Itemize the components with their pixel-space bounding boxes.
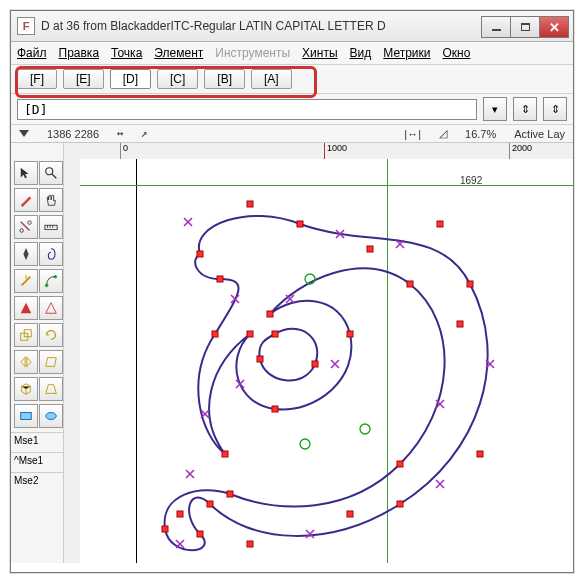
origin-guide: [136, 159, 137, 563]
svg-rect-19: [437, 221, 443, 227]
menu-hints[interactable]: Хинты: [302, 46, 337, 60]
svg-rect-38: [212, 331, 218, 337]
svg-rect-40: [272, 331, 278, 337]
svg-rect-41: [312, 361, 318, 367]
menu-element[interactable]: Элемент: [154, 46, 203, 60]
corner-tool[interactable]: [14, 296, 38, 320]
ruler-tick-0: 0: [120, 143, 128, 159]
ruler-toggle-icon[interactable]: |↔|: [404, 128, 421, 140]
vertical-ruler[interactable]: [64, 159, 81, 563]
magnify-tool[interactable]: [39, 161, 63, 185]
pen-tool[interactable]: [14, 242, 38, 266]
mouse-binding-1b[interactable]: ^Mse1: [11, 452, 63, 468]
svg-rect-5: [44, 225, 56, 229]
draw-tool[interactable]: [14, 188, 38, 212]
glyph-expand-button[interactable]: ⇕: [513, 97, 537, 121]
svg-rect-42: [257, 356, 263, 362]
knife-tool[interactable]: [14, 269, 38, 293]
mouse-binding-1[interactable]: Mse1: [11, 432, 63, 448]
tangent-tool[interactable]: [39, 296, 63, 320]
svg-rect-17: [297, 221, 303, 227]
window-title: D at 36 from BlackadderITC-Regular LATIN…: [41, 19, 482, 33]
svg-point-14: [45, 413, 56, 420]
glyph-tab-c[interactable]: [C]: [157, 69, 198, 89]
glyph-tab-f[interactable]: [F]: [17, 69, 57, 89]
menu-file[interactable]: Файл: [17, 46, 47, 60]
mouse-binding-2[interactable]: Mse2: [11, 472, 63, 488]
menu-window[interactable]: Окно: [443, 46, 471, 60]
titlebar: F D at 36 from BlackadderITC-Regular LAT…: [11, 11, 573, 42]
menu-point[interactable]: Точка: [111, 46, 142, 60]
perspective-tool[interactable]: [39, 377, 63, 401]
svg-point-72: [360, 424, 370, 434]
glyph-outline[interactable]: [140, 184, 520, 563]
glyph-name-input[interactable]: [D]: [17, 99, 477, 120]
svg-rect-28: [227, 491, 233, 497]
work-area: Mse1 ^Mse1 Mse2 0 1000 2000 1692: [11, 143, 573, 563]
svg-point-71: [300, 439, 310, 449]
svg-rect-27: [162, 526, 168, 532]
angle-icon: ◿: [439, 127, 447, 140]
tool-palette: Mse1 ^Mse1 Mse2: [11, 143, 64, 563]
ruler-tool[interactable]: [39, 215, 63, 239]
glyph-tab-a[interactable]: [A]: [251, 69, 292, 89]
hand-tool[interactable]: [39, 188, 63, 212]
move-arrow-icon: ↔: [117, 127, 123, 140]
menu-view[interactable]: Вид: [350, 46, 372, 60]
glyph-collapse-button[interactable]: ⇕: [543, 97, 567, 121]
svg-rect-22: [397, 501, 403, 507]
glyph-tab-e[interactable]: [E]: [63, 69, 104, 89]
menubar: Файл Правка Точка Элемент Инструменты Хи…: [11, 42, 573, 65]
close-button[interactable]: [539, 16, 569, 38]
zoom-level[interactable]: 16.7%: [465, 128, 496, 140]
svg-line-1: [51, 174, 55, 178]
svg-rect-13: [20, 413, 31, 420]
svg-rect-16: [247, 201, 253, 207]
curve-tool[interactable]: [39, 269, 63, 293]
svg-rect-39: [217, 276, 223, 282]
minimize-button[interactable]: [481, 16, 511, 38]
svg-rect-24: [207, 501, 213, 507]
app-icon: F: [17, 17, 35, 35]
glyph-dropdown-button[interactable]: ▾: [483, 97, 507, 121]
svg-point-4: [27, 221, 31, 225]
app-window: F D at 36 from BlackadderITC-Regular LAT…: [10, 10, 574, 573]
rotate-tool[interactable]: [39, 323, 63, 347]
menu-edit[interactable]: Правка: [59, 46, 100, 60]
svg-point-3: [19, 229, 23, 233]
svg-rect-35: [272, 406, 278, 412]
svg-rect-26: [197, 531, 203, 537]
svg-point-0: [45, 168, 52, 175]
pointer-tool[interactable]: [14, 161, 38, 185]
glyph-entry-row: [D] ▾ ⇕ ⇕: [11, 94, 573, 125]
flip-tool[interactable]: [14, 350, 38, 374]
svg-rect-32: [407, 281, 413, 287]
canvas-area: 0 1000 2000 1692: [64, 143, 573, 563]
ruler-tick-1000: 1000: [324, 143, 347, 159]
cursor-coords: 1386 2286: [47, 128, 99, 140]
rect-tool[interactable]: [14, 404, 38, 428]
svg-rect-29: [347, 511, 353, 517]
svg-rect-37: [222, 451, 228, 457]
svg-rect-15: [197, 251, 203, 257]
svg-rect-25: [177, 511, 183, 517]
svg-rect-30: [397, 461, 403, 467]
svg-rect-23: [247, 541, 253, 547]
scale-tool[interactable]: [14, 323, 38, 347]
glyph-canvas[interactable]: 1692: [80, 159, 573, 563]
3d-rotate-tool[interactable]: [14, 377, 38, 401]
spiro-tool[interactable]: [39, 242, 63, 266]
svg-rect-36: [247, 331, 253, 337]
glyph-tab-d[interactable]: [D]: [110, 69, 151, 89]
svg-rect-31: [457, 321, 463, 327]
cursor-indicator-icon: [19, 130, 29, 137]
menu-metrics[interactable]: Метрики: [383, 46, 430, 60]
glyph-tab-b[interactable]: [B]: [204, 69, 245, 89]
maximize-button[interactable]: [510, 16, 540, 38]
horizontal-ruler[interactable]: 0 1000 2000: [64, 143, 573, 160]
glyph-tabs-row: [F] [E] [D] [C] [B] [A]: [11, 65, 573, 94]
skew-tool[interactable]: [39, 350, 63, 374]
ellipse-tool[interactable]: [39, 404, 63, 428]
cut-tool[interactable]: [14, 215, 38, 239]
active-layer-label[interactable]: Active Lay: [514, 128, 565, 140]
